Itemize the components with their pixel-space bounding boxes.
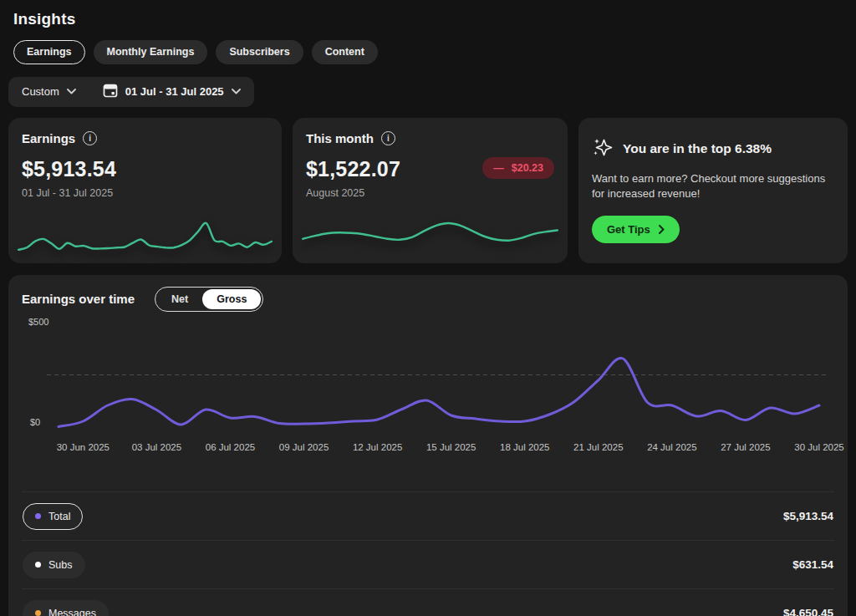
- line-chart-svg: [22, 322, 834, 439]
- toggle-net[interactable]: Net: [157, 289, 202, 310]
- this-month-card: This month i $1,522.07 August 2025 — $20…: [293, 118, 568, 263]
- net-gross-toggle: Net Gross: [155, 287, 263, 313]
- summary-cards: Earnings i $5,913.54 01 Jul - 31 Jul 202…: [8, 118, 848, 263]
- legend-label: Total: [48, 511, 70, 522]
- chevron-right-icon: [659, 225, 665, 234]
- x-tick-label: 18 Jul 2025: [500, 442, 549, 452]
- insights-tabs: Earnings Monthly Earnings Subscribers Co…: [13, 40, 848, 64]
- toggle-gross[interactable]: Gross: [202, 289, 261, 310]
- series-dot-messages: [35, 610, 41, 616]
- series-dot-total: [35, 513, 41, 519]
- earnings-card: Earnings i $5,913.54 01 Jul - 31 Jul 202…: [8, 118, 282, 263]
- legend-label: Messages: [48, 608, 96, 616]
- tips-card-body: Want to earn more? Checkout more suggest…: [592, 171, 830, 203]
- this-month-card-title: This month: [306, 131, 374, 145]
- earnings-sparkline: [15, 218, 275, 257]
- info-icon[interactable]: i: [381, 131, 395, 145]
- chart-title: Earnings over time: [22, 292, 135, 306]
- x-tick-label: 06 Jul 2025: [206, 442, 255, 452]
- get-tips-button[interactable]: Get Tips: [592, 216, 680, 243]
- legend-row-subs: Subs $631.54: [22, 540, 834, 588]
- chevron-down-icon[interactable]: [67, 89, 76, 94]
- this-month-sparkline: [299, 218, 561, 257]
- tips-card-title: You are in the top 6.38%: [623, 141, 772, 156]
- x-tick-label: 09 Jul 2025: [279, 442, 329, 452]
- earnings-over-time-panel: Earnings over time Net Gross $500 $0 30 …: [8, 275, 848, 616]
- earnings-card-period: 01 Jul - 31 Jul 2025: [22, 187, 268, 199]
- x-tick-label: 12 Jul 2025: [353, 442, 402, 452]
- calendar-icon: [103, 83, 118, 101]
- tab-earnings[interactable]: Earnings: [13, 40, 85, 64]
- tab-content[interactable]: Content: [312, 40, 378, 64]
- earnings-card-value: $5,913.54: [22, 157, 268, 181]
- x-tick-label: 30 Jun 2025: [57, 442, 110, 452]
- legend-value-total: $5,913.54: [783, 510, 833, 522]
- legend-pill-subs[interactable]: Subs: [23, 552, 85, 578]
- legend-pill-total[interactable]: Total: [23, 503, 83, 530]
- legend-row-messages: Messages $4,650.45: [22, 588, 834, 616]
- tab-subscribers[interactable]: Subscribers: [216, 40, 303, 64]
- date-range-value[interactable]: 01 Jul - 31 Jul 2025: [125, 85, 224, 98]
- page-title: Insights: [8, 7, 848, 28]
- this-month-card-period: August 2025: [306, 187, 400, 199]
- range-type-select[interactable]: Custom: [22, 85, 59, 98]
- sparkle-icon: [592, 136, 614, 161]
- date-filter-bar: Custom 01 Jul - 31 Jul 2025: [8, 77, 254, 107]
- legend-rows: Total $5,913.54 Subs $631.54 Messages $4…: [22, 491, 834, 616]
- x-tick-label: 30 Jul 2025: [794, 442, 843, 452]
- x-tick-label: 24 Jul 2025: [647, 442, 696, 452]
- this-month-card-value: $1,522.07: [306, 157, 400, 181]
- get-tips-label: Get Tips: [607, 223, 650, 236]
- series-dot-subs: [35, 562, 41, 568]
- info-icon[interactable]: i: [83, 131, 97, 145]
- top-percent-tips-card: You are in the top 6.38% Want to earn mo…: [578, 118, 848, 263]
- legend-pill-messages[interactable]: Messages: [23, 600, 109, 616]
- legend-value-messages: $4,650.45: [783, 607, 833, 616]
- legend-label: Subs: [48, 559, 73, 571]
- badge-amount: $20.23: [512, 162, 543, 174]
- negative-change-badge: — $20.23: [482, 157, 554, 179]
- x-tick-label: 27 Jul 2025: [721, 442, 770, 452]
- x-tick-label: 21 Jul 2025: [573, 442, 623, 452]
- earnings-card-title: Earnings: [22, 131, 75, 145]
- x-axis-ticks: 30 Jun 202503 Jul 202506 Jul 202509 Jul …: [22, 442, 834, 457]
- legend-value-subs: $631.54: [792, 558, 833, 571]
- tab-monthly-earnings[interactable]: Monthly Earnings: [94, 40, 208, 64]
- minus-icon: —: [493, 162, 504, 174]
- x-tick-label: 03 Jul 2025: [132, 442, 181, 452]
- chevron-down-icon[interactable]: [232, 89, 241, 94]
- earnings-line-chart: $500 $0 30 Jun 202503 Jul 202506 Jul 202…: [22, 322, 834, 461]
- legend-row-total: Total $5,913.54: [22, 491, 834, 540]
- x-tick-label: 15 Jul 2025: [426, 442, 476, 452]
